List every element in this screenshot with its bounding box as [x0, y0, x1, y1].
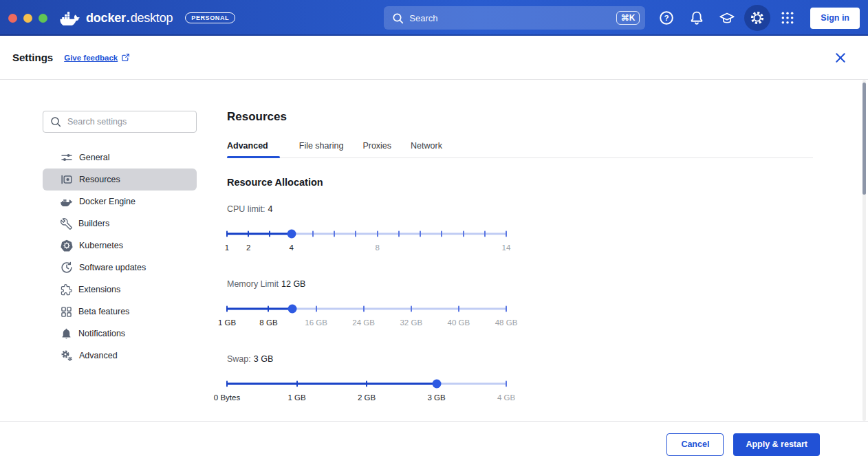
scrollbar-track[interactable]	[862, 80, 866, 421]
memory-limit-label-row: Memory Limit12 GB	[227, 279, 506, 290]
learning-center-button[interactable]	[714, 5, 740, 31]
page-title: Settings	[12, 52, 53, 63]
swap-label-row: Swap:3 GB	[227, 354, 506, 365]
brand-word1: docker	[86, 11, 126, 25]
wrench-icon	[61, 218, 72, 230]
cpu-limit-group: CPU limit:4 124814	[227, 204, 506, 254]
memory-limit-label: Memory Limit	[227, 279, 279, 289]
gear-icon	[750, 10, 765, 25]
kubernetes-helm-icon	[61, 239, 73, 252]
sign-in-button[interactable]: Sign in	[810, 8, 860, 29]
cpu-limit-label-row: CPU limit:4	[227, 204, 506, 215]
help-button[interactable]: ?	[653, 5, 680, 31]
give-feedback-link[interactable]: Give feedback	[64, 53, 130, 62]
maximize-window-button[interactable]	[39, 14, 47, 23]
settings-nav: General Resources	[43, 146, 197, 367]
graduation-cap-icon	[719, 11, 735, 25]
memory-limit-tick-labels: 1 GB8 GB16 GB24 GB32 GB40 GB48 GB	[227, 318, 506, 329]
slider-handle[interactable]	[432, 380, 441, 389]
app-title: docker . desktop	[86, 11, 173, 25]
bell-icon	[61, 328, 72, 340]
swap-group: Swap:3 GB 0 Bytes1 GB2 GB3 GB4 GB	[227, 354, 506, 404]
settings-search-input[interactable]	[67, 117, 189, 127]
resources-title: Resources	[227, 110, 813, 124]
settings-content: General Resources	[0, 80, 868, 421]
update-clock-icon	[61, 261, 73, 274]
slider-handle[interactable]	[287, 230, 296, 239]
docker-engine-whale-icon	[61, 197, 73, 206]
sidebar-item-builders[interactable]: Builders	[43, 213, 197, 235]
sidebar-item-software-updates[interactable]: Software updates	[43, 257, 197, 279]
global-search-bar[interactable]: ⌘K	[384, 6, 645, 30]
tab-advanced[interactable]: Advanced	[227, 141, 280, 158]
sidebar-item-notifications[interactable]: Notifications	[43, 323, 197, 345]
titlebar: docker . desktop PERSONAL ⌘K ?	[0, 0, 868, 36]
settings-sidebar: General Resources	[43, 80, 197, 421]
swap-slider[interactable]	[227, 379, 506, 389]
sidebar-item-docker-engine[interactable]: Docker Engine	[43, 191, 197, 213]
gears-icon	[61, 349, 73, 362]
docker-whale-icon	[60, 10, 80, 25]
global-search-input[interactable]	[409, 13, 616, 23]
sidebar-item-label: Notifications	[78, 329, 125, 338]
settings-button[interactable]	[744, 5, 770, 31]
sidebar-item-label: Docker Engine	[79, 197, 135, 206]
puzzle-icon	[61, 284, 72, 296]
brand-separator: .	[127, 11, 130, 25]
swap-tick-labels: 0 Bytes1 GB2 GB3 GB4 GB	[227, 393, 506, 404]
bell-icon	[689, 10, 704, 25]
sidebar-item-label: Resources	[79, 175, 120, 184]
cpu-limit-value: 4	[268, 204, 273, 214]
memory-limit-value: 12 GB	[281, 279, 305, 289]
grid-dots-icon	[781, 11, 794, 25]
sidebar-item-label: Builders	[78, 219, 109, 228]
swap-value: 3 GB	[254, 354, 274, 364]
cancel-button[interactable]: Cancel	[666, 433, 724, 456]
apply-restart-button[interactable]: Apply & restart	[733, 433, 820, 456]
close-window-button[interactable]	[8, 14, 17, 23]
sidebar-item-extensions[interactable]: Extensions	[43, 279, 197, 301]
cpu-limit-slider[interactable]	[227, 229, 506, 239]
docker-desktop-window: docker . desktop PERSONAL ⌘K ?	[0, 0, 868, 467]
brand-word2: desktop	[131, 11, 173, 25]
close-settings-button[interactable]	[835, 52, 846, 63]
sidebar-item-label: General	[79, 153, 109, 162]
tab-network[interactable]: Network	[411, 141, 442, 158]
settings-search-box[interactable]	[43, 111, 197, 133]
memory-limit-slider[interactable]	[227, 304, 506, 314]
sidebar-item-beta-features[interactable]: Beta features	[43, 301, 197, 323]
search-icon	[392, 12, 404, 24]
beta-grid-icon	[61, 306, 72, 318]
notifications-button[interactable]	[684, 5, 710, 31]
apps-grid-button[interactable]	[774, 5, 801, 31]
resources-meter-icon	[61, 173, 73, 186]
sidebar-item-label: Beta features	[78, 307, 129, 316]
scrollbar-thumb[interactable]	[862, 83, 866, 195]
sidebar-item-advanced[interactable]: Advanced	[43, 345, 197, 367]
sidebar-item-resources[interactable]: Resources	[43, 169, 197, 191]
feedback-external-icon	[121, 53, 130, 62]
sidebar-item-label: Kubernetes	[79, 241, 123, 250]
sidebar-item-kubernetes[interactable]: Kubernetes	[43, 235, 197, 257]
minimize-window-button[interactable]	[23, 14, 32, 23]
sidebar-item-label: Extensions	[78, 285, 120, 294]
cpu-limit-tick-labels: 124814	[227, 243, 506, 254]
tab-proxies[interactable]: Proxies	[362, 141, 391, 158]
tune-icon	[61, 151, 73, 164]
sidebar-item-general[interactable]: General	[43, 146, 197, 169]
sidebar-item-label: Advanced	[79, 351, 118, 360]
tab-file-sharing[interactable]: File sharing	[299, 141, 344, 158]
give-feedback-label: Give feedback	[64, 54, 118, 62]
slider-handle[interactable]	[288, 305, 297, 314]
resources-panel: Resources Advanced File sharing Proxies …	[227, 80, 813, 421]
resource-allocation-heading: Resource Allocation	[227, 177, 813, 188]
settings-header: Settings Give feedback	[0, 36, 868, 80]
svg-text:?: ?	[664, 13, 669, 22]
plan-badge: PERSONAL	[185, 12, 235, 23]
help-icon: ?	[659, 10, 674, 25]
search-icon	[50, 116, 61, 127]
settings-footer: Cancel Apply & restart	[0, 421, 868, 467]
window-controls	[8, 14, 47, 23]
sidebar-item-label: Software updates	[79, 263, 146, 272]
swap-label: Swap:	[227, 354, 251, 364]
